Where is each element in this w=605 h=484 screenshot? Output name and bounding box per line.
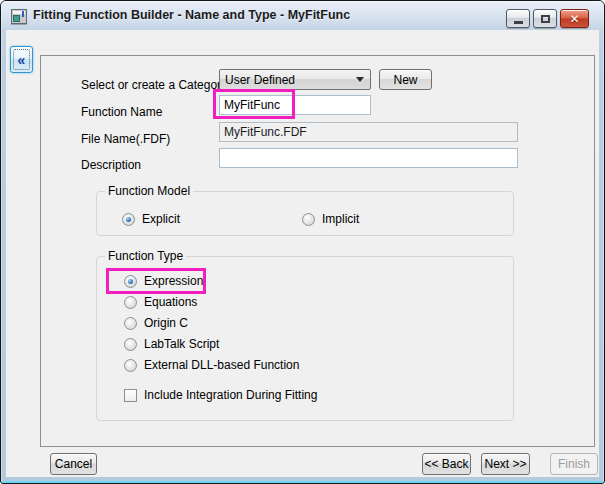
minimize-button[interactable]: [506, 9, 530, 28]
radio-implicit[interactable]: Implicit: [302, 212, 359, 226]
radio-button-icon: [124, 317, 137, 330]
category-selected-value: User Defined: [220, 73, 356, 87]
cancel-button[interactable]: Cancel: [50, 453, 97, 475]
maximize-icon: [541, 15, 550, 23]
radio-explicit-label: Explicit: [142, 212, 180, 226]
include-integration-label: Include Integration During Fitting: [144, 388, 317, 402]
next-button[interactable]: Next >>: [481, 453, 530, 475]
radio-explicit[interactable]: Explicit: [122, 212, 180, 226]
form-panel: Select or create a Category User Defined…: [40, 55, 595, 447]
radio-button-icon: [122, 213, 135, 226]
titlebar[interactable]: Fitting Function Builder - Name and Type…: [1, 1, 604, 30]
checkbox-icon: [124, 389, 137, 402]
radio-button-icon: [124, 296, 137, 309]
function-model-group: Function Model Explicit Implicit: [96, 191, 514, 236]
function-name-input[interactable]: [219, 95, 371, 115]
function-type-group: Function Type Expression Equations Origi…: [96, 256, 514, 421]
radio-origin-c-label: Origin C: [144, 316, 188, 330]
close-icon: ✕: [569, 13, 579, 25]
radio-button-icon: [302, 213, 315, 226]
function-name-label: Function Name: [81, 105, 162, 119]
category-dropdown[interactable]: User Defined: [219, 69, 371, 90]
minimize-icon: [514, 21, 523, 24]
radio-button-icon: [124, 359, 137, 372]
dialog-client-area: « Select or create a Category User Defin…: [6, 30, 599, 477]
app-icon: [11, 9, 27, 24]
file-name-label: File Name(.FDF): [81, 132, 170, 146]
description-label: Description: [81, 158, 141, 172]
chevron-down-icon: [356, 77, 364, 82]
include-integration-checkbox[interactable]: Include Integration During Fitting: [124, 388, 317, 402]
radio-button-icon: [124, 338, 137, 351]
description-input[interactable]: [219, 148, 518, 168]
radio-expression[interactable]: Expression: [124, 274, 203, 288]
radio-labtalk-script-label: LabTalk Script: [144, 337, 219, 351]
new-category-button[interactable]: New: [379, 69, 432, 90]
finish-button: Finish: [550, 453, 598, 475]
maximize-button[interactable]: [533, 9, 557, 28]
radio-origin-c[interactable]: Origin C: [124, 316, 188, 330]
radio-button-icon: [124, 275, 137, 288]
file-name-input: [219, 122, 518, 142]
collapse-back-button[interactable]: «: [10, 46, 33, 73]
radio-equations-label: Equations: [144, 295, 197, 309]
function-model-group-label: Function Model: [105, 184, 193, 198]
radio-equations[interactable]: Equations: [124, 295, 197, 309]
dialog-window: Fitting Function Builder - Name and Type…: [0, 0, 605, 484]
focus-rectangle: [13, 49, 30, 70]
radio-external-dll[interactable]: External DLL-based Function: [124, 358, 299, 372]
radio-external-dll-label: External DLL-based Function: [144, 358, 299, 372]
radio-expression-label: Expression: [144, 274, 203, 288]
radio-labtalk-script[interactable]: LabTalk Script: [124, 337, 219, 351]
back-button[interactable]: << Back: [422, 453, 471, 475]
category-label: Select or create a Category: [81, 78, 227, 92]
function-type-group-label: Function Type: [105, 249, 186, 263]
radio-implicit-label: Implicit: [322, 212, 359, 226]
close-button[interactable]: ✕: [560, 9, 589, 28]
window-title: Fitting Function Builder - Name and Type…: [33, 1, 350, 30]
